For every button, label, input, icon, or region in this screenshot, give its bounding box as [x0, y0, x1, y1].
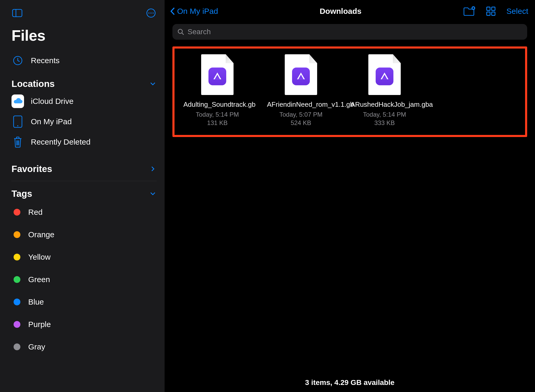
tag-item-green[interactable]: Green [11, 268, 157, 291]
sidebar-item-recents[interactable]: Recents [11, 50, 157, 71]
chevron-down-icon [149, 190, 157, 198]
tag-color-dot [14, 321, 20, 328]
more-options-icon[interactable] [145, 7, 157, 19]
tag-item-red[interactable]: Red [11, 201, 157, 223]
document-icon [368, 54, 401, 95]
search-icon [177, 28, 184, 35]
sidebar-item-recently-deleted[interactable]: Recently Deleted [11, 132, 157, 152]
section-header-tags[interactable]: Tags [11, 188, 157, 199]
tag-label: Blue [28, 298, 44, 306]
section-label: Favorites [11, 164, 52, 174]
svg-rect-11 [492, 7, 495, 10]
chevron-down-icon [149, 80, 157, 88]
sidebar: Files Recents Locations [0, 0, 165, 392]
file-item[interactable]: ARushedHackJob_jam.gbaToday, 5:14 PM333 … [343, 53, 426, 127]
section-label: Tags [11, 188, 32, 199]
status-text: 3 items, 4.29 GB available [305, 378, 394, 387]
document-icon [285, 54, 317, 95]
tag-color-dot [14, 299, 20, 305]
tag-label: Green [28, 275, 50, 284]
sidebar-item-on-my-ipad[interactable]: On My iPad [11, 111, 157, 132]
folder-plus-icon [463, 6, 475, 16]
files-highlight-box: Adulting_Soundtrack.gbToday, 5:14 PM131 … [172, 46, 527, 137]
file-item[interactable]: AFriendinNeed_rom_v1.1.gbToday, 5:07 PM5… [259, 53, 343, 127]
file-name: Adulting_Soundtrack.gb [183, 100, 251, 109]
select-button[interactable]: Select [507, 5, 528, 17]
svg-point-3 [148, 13, 149, 14]
file-meta: Today, 5:07 PM524 KB [280, 110, 323, 127]
tag-color-dot [14, 209, 20, 216]
tag-label: Purple [28, 320, 51, 329]
divider [11, 181, 157, 181]
file-size: 333 KB [363, 119, 406, 127]
toolbar: On My iPad Downloads [165, 0, 535, 22]
file-date: Today, 5:07 PM [280, 110, 323, 119]
sidebar-item-label: iCloud Drive [31, 97, 73, 106]
tag-item-orange[interactable]: Orange [11, 223, 157, 246]
sidebar-item-label: On My iPad [31, 117, 72, 126]
icloud-icon [11, 95, 24, 108]
grid-icon [486, 6, 496, 16]
svg-point-8 [17, 125, 18, 126]
section-label: Locations [11, 79, 55, 89]
file-item[interactable]: Adulting_Soundtrack.gbToday, 5:14 PM131 … [176, 53, 259, 127]
svg-rect-10 [487, 7, 490, 10]
sidebar-item-label: Recents [31, 56, 60, 65]
sidebar-item-label: Recently Deleted [31, 138, 90, 146]
clock-icon [11, 54, 24, 67]
file-meta: Today, 5:14 PM333 KB [363, 110, 406, 127]
tag-color-dot [14, 231, 20, 238]
tag-item-purple[interactable]: Purple [11, 313, 157, 336]
file-name: ARushedHackJob_jam.gba [351, 100, 418, 109]
section-header-favorites[interactable]: Favorites [11, 164, 157, 174]
section-header-locations[interactable]: Locations [11, 79, 157, 89]
file-size: 524 KB [280, 119, 323, 127]
view-mode-button[interactable] [486, 5, 496, 17]
main-content: On My iPad Downloads [165, 0, 535, 392]
new-folder-button[interactable] [463, 5, 475, 17]
trash-icon [11, 136, 24, 148]
ipad-icon [11, 115, 24, 128]
svg-point-14 [178, 29, 182, 33]
tag-item-blue[interactable]: Blue [11, 291, 157, 313]
svg-point-5 [153, 13, 154, 14]
tag-color-dot [14, 343, 20, 350]
svg-rect-13 [492, 12, 495, 15]
page-title: Downloads [320, 7, 362, 15]
file-date: Today, 5:14 PM [196, 110, 239, 119]
sidebar-title: Files [11, 27, 157, 44]
svg-point-4 [150, 13, 152, 14]
toggle-sidebar-icon[interactable] [11, 7, 23, 19]
search-input[interactable] [188, 28, 522, 36]
chevron-left-icon [169, 7, 177, 16]
chevron-right-icon [149, 165, 157, 173]
file-meta: Today, 5:14 PM131 KB [196, 110, 239, 127]
file-date: Today, 5:14 PM [363, 110, 406, 119]
svg-rect-0 [13, 9, 22, 17]
document-icon [201, 54, 234, 95]
tag-label: Orange [28, 230, 54, 239]
select-label: Select [507, 7, 528, 16]
tag-item-yellow[interactable]: Yellow [11, 246, 157, 268]
tag-label: Red [28, 208, 43, 217]
tag-label: Yellow [28, 253, 51, 262]
tag-label: Gray [28, 342, 45, 351]
sidebar-item-icloud-drive[interactable]: iCloud Drive [11, 91, 157, 111]
back-button[interactable]: On My iPad [169, 7, 218, 16]
footer: 3 items, 4.29 GB available [165, 373, 535, 392]
search-bar[interactable] [172, 24, 527, 40]
back-label: On My iPad [177, 7, 218, 16]
tag-color-dot [14, 276, 20, 283]
tag-item-gray[interactable]: Gray [11, 336, 157, 358]
file-size: 131 KB [196, 119, 239, 127]
file-name: AFriendinNeed_rom_v1.1.gb [267, 100, 335, 109]
tag-color-dot [14, 254, 20, 260]
svg-rect-12 [487, 12, 490, 15]
